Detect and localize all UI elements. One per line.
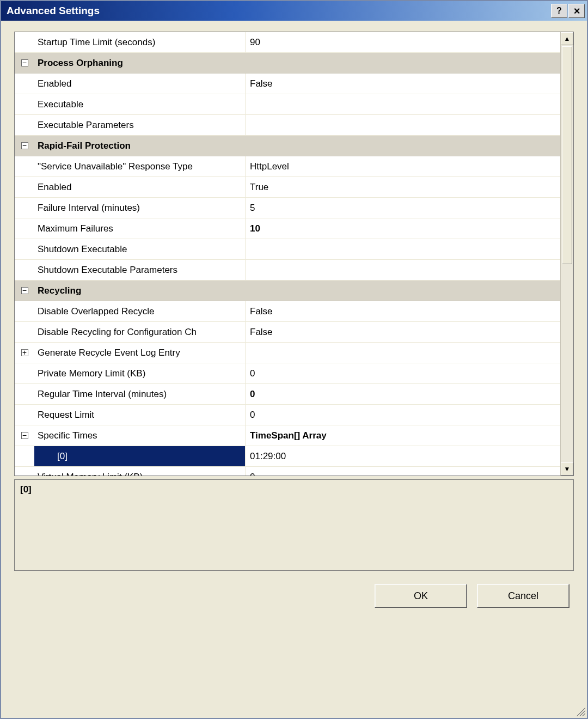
property-label[interactable]: Disable Overlapped Recycle bbox=[34, 301, 246, 321]
property-value[interactable] bbox=[246, 239, 560, 259]
expand-icon[interactable]: + bbox=[21, 349, 28, 356]
row-gutter bbox=[15, 301, 34, 321]
property-row[interactable]: Shutdown Executable bbox=[15, 239, 560, 260]
property-value[interactable]: 0 bbox=[246, 363, 560, 383]
property-row[interactable]: Failure Interval (minutes)5 bbox=[15, 198, 560, 218]
property-value[interactable] bbox=[246, 343, 560, 363]
property-row[interactable]: Private Memory Limit (KB)0 bbox=[15, 363, 560, 384]
property-label[interactable]: Rapid-Fail Protection bbox=[34, 136, 246, 156]
collapse-icon[interactable]: − bbox=[21, 59, 28, 66]
row-gutter: + bbox=[15, 343, 34, 363]
property-value[interactable]: False bbox=[246, 301, 560, 321]
row-gutter bbox=[15, 177, 34, 197]
property-value[interactable]: 10 bbox=[246, 218, 560, 239]
property-label[interactable]: Disable Recycling for Configuration Ch bbox=[34, 322, 246, 342]
dialog-window: Advanced Settings ? ✕ Startup Time Limit… bbox=[0, 0, 588, 719]
property-label[interactable]: Enabled bbox=[34, 177, 246, 197]
row-gutter bbox=[15, 384, 34, 404]
property-label[interactable]: Private Memory Limit (KB) bbox=[34, 363, 246, 383]
help-button[interactable]: ? bbox=[551, 4, 567, 18]
property-value[interactable]: 5 bbox=[246, 198, 560, 218]
property-value[interactable] bbox=[246, 94, 560, 114]
property-value[interactable]: HttpLevel bbox=[246, 156, 560, 176]
help-icon: ? bbox=[556, 6, 562, 16]
property-value bbox=[246, 136, 560, 156]
property-row[interactable]: Disable Overlapped RecycleFalse bbox=[15, 301, 560, 322]
property-label[interactable]: Maximum Failures bbox=[34, 218, 246, 239]
property-label[interactable]: Failure Interval (minutes) bbox=[34, 198, 246, 218]
row-gutter bbox=[15, 363, 34, 383]
row-gutter bbox=[15, 198, 34, 218]
scroll-thumb[interactable] bbox=[562, 46, 572, 264]
property-label[interactable]: Generate Recycle Event Log Entry bbox=[34, 343, 246, 363]
property-row[interactable]: Virtual Memory Limit (KB)0 bbox=[15, 467, 560, 476]
scroll-down-button[interactable]: ▼ bbox=[561, 462, 573, 476]
property-row[interactable]: Executable bbox=[15, 94, 560, 115]
property-label[interactable]: "Service Unavailable" Response Type bbox=[34, 156, 246, 176]
category-row[interactable]: −Recycling bbox=[15, 281, 560, 301]
property-row[interactable]: Startup Time Limit (seconds)90 bbox=[15, 32, 560, 53]
property-label[interactable]: Executable Parameters bbox=[34, 115, 246, 135]
property-label[interactable]: Virtual Memory Limit (KB) bbox=[34, 467, 246, 476]
property-row[interactable]: [0]01:29:00 bbox=[15, 446, 560, 467]
property-value[interactable]: TimeSpan[] Array bbox=[246, 425, 560, 446]
category-row[interactable]: −Rapid-Fail Protection bbox=[15, 136, 560, 156]
property-value[interactable]: False bbox=[246, 74, 560, 94]
property-row[interactable]: Disable Recycling for Configuration ChFa… bbox=[15, 322, 560, 343]
vertical-scrollbar[interactable]: ▲ ▼ bbox=[560, 32, 573, 476]
property-label[interactable]: Enabled bbox=[34, 74, 246, 94]
property-label[interactable]: Process Orphaning bbox=[34, 53, 246, 73]
property-row[interactable]: −Specific TimesTimeSpan[] Array bbox=[15, 425, 560, 446]
property-value[interactable] bbox=[246, 115, 560, 135]
row-gutter bbox=[15, 74, 34, 94]
property-label[interactable]: Request Limit bbox=[34, 405, 246, 425]
row-gutter bbox=[15, 32, 34, 52]
collapse-icon[interactable]: − bbox=[21, 432, 28, 439]
category-row[interactable]: −Process Orphaning bbox=[15, 53, 560, 74]
property-row[interactable]: EnabledFalse bbox=[15, 74, 560, 94]
property-label[interactable]: Shutdown Executable Parameters bbox=[34, 260, 246, 280]
property-label[interactable]: Startup Time Limit (seconds) bbox=[34, 32, 246, 52]
property-value[interactable]: True bbox=[246, 177, 560, 197]
close-button[interactable]: ✕ bbox=[568, 4, 585, 18]
description-panel: [0] bbox=[14, 479, 574, 571]
property-label[interactable]: Recycling bbox=[34, 281, 246, 301]
resize-grip-icon[interactable] bbox=[574, 705, 585, 716]
cancel-button[interactable]: Cancel bbox=[477, 584, 569, 608]
property-value[interactable]: 90 bbox=[246, 32, 560, 52]
chevron-up-icon: ▲ bbox=[564, 35, 571, 42]
property-value bbox=[246, 53, 560, 73]
row-gutter bbox=[15, 115, 34, 135]
row-gutter bbox=[15, 322, 34, 342]
row-gutter bbox=[15, 156, 34, 176]
property-label[interactable]: Specific Times bbox=[34, 425, 246, 446]
collapse-icon[interactable]: − bbox=[21, 142, 28, 149]
property-label[interactable]: Executable bbox=[34, 94, 246, 114]
property-row[interactable]: Executable Parameters bbox=[15, 115, 560, 136]
property-row[interactable]: Shutdown Executable Parameters bbox=[15, 260, 560, 281]
property-value[interactable] bbox=[246, 260, 560, 280]
property-value[interactable]: 01:29:00 bbox=[246, 446, 560, 466]
chevron-down-icon: ▼ bbox=[564, 465, 571, 473]
property-row[interactable]: "Service Unavailable" Response TypeHttpL… bbox=[15, 156, 560, 177]
scroll-up-button[interactable]: ▲ bbox=[561, 32, 573, 45]
property-row[interactable]: EnabledTrue bbox=[15, 177, 560, 198]
row-gutter bbox=[15, 467, 34, 476]
collapse-icon[interactable]: − bbox=[21, 287, 28, 294]
property-label[interactable]: [0] bbox=[34, 446, 246, 466]
window-title: Advanced Settings bbox=[7, 5, 550, 17]
ok-button[interactable]: OK bbox=[375, 584, 467, 608]
property-value[interactable]: 0 bbox=[246, 405, 560, 425]
property-row[interactable]: +Generate Recycle Event Log Entry bbox=[15, 343, 560, 363]
property-label[interactable]: Shutdown Executable bbox=[34, 239, 246, 259]
property-row[interactable]: Maximum Failures10 bbox=[15, 218, 560, 239]
property-label[interactable]: Regular Time Interval (minutes) bbox=[34, 384, 246, 404]
row-gutter: − bbox=[15, 281, 34, 301]
property-row[interactable]: Regular Time Interval (minutes)0 bbox=[15, 384, 560, 405]
row-gutter bbox=[15, 405, 34, 425]
property-value[interactable]: False bbox=[246, 322, 560, 342]
property-grid-body: Startup Time Limit (seconds)90−Process O… bbox=[15, 32, 560, 476]
property-value[interactable]: 0 bbox=[246, 467, 560, 476]
property-value[interactable]: 0 bbox=[246, 384, 560, 404]
property-row[interactable]: Request Limit0 bbox=[15, 405, 560, 425]
